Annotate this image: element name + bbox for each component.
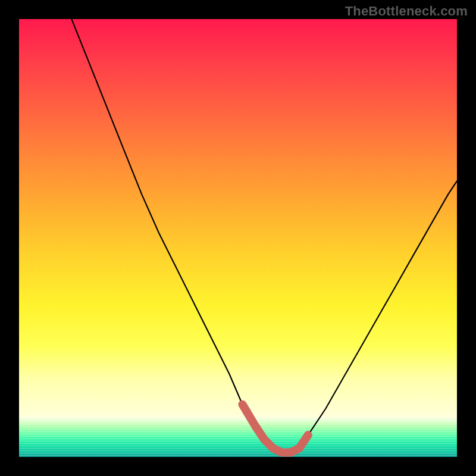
watermark-text: TheBottleneck.com: [345, 4, 468, 19]
plot-area: [19, 19, 457, 457]
chart-frame: TheBottleneck.com: [0, 0, 476, 476]
highlight-layer: [19, 19, 457, 457]
optimal-range-path: [242, 405, 308, 453]
